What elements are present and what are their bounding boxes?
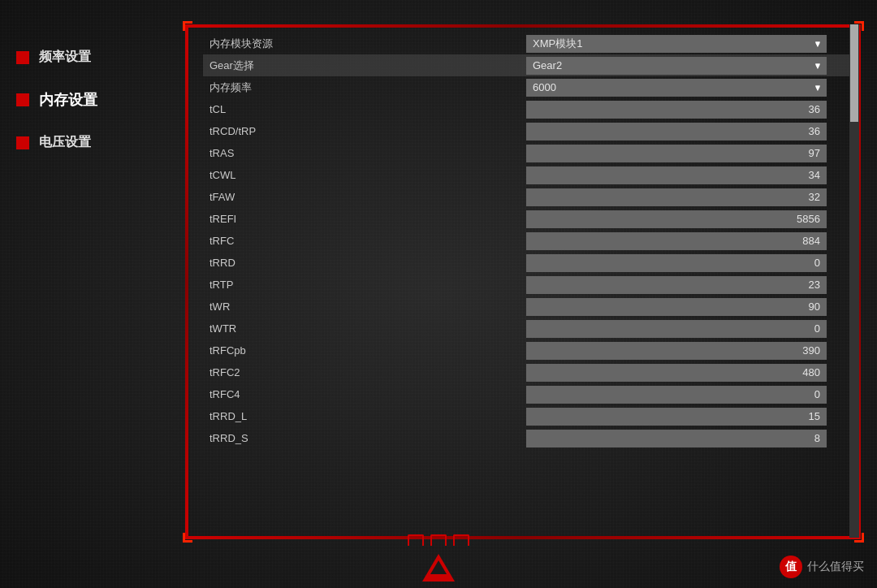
param-value[interactable]: 32	[526, 186, 849, 208]
param-value[interactable]: 0	[526, 252, 849, 274]
value-text: 5856	[797, 213, 820, 225]
sidebar-item-frequency[interactable]: 频率设置	[16, 49, 179, 66]
watermark-label: 什么值得买	[807, 560, 864, 574]
param-value[interactable]: 34	[526, 164, 849, 186]
table-row[interactable]: tWR90	[203, 296, 849, 318]
param-name: tRFC	[203, 230, 526, 252]
value-text: 0	[814, 257, 820, 269]
sidebar-item-memory[interactable]: 内存设置	[16, 90, 179, 110]
table-row[interactable]: tRTP23	[203, 274, 849, 296]
table-row[interactable]: tRFC2480	[203, 361, 849, 383]
triangle-shape	[422, 554, 455, 582]
sidebar: 频率设置 内存设置 电压设置	[16, 49, 179, 151]
value-box: 480	[526, 364, 827, 382]
value-box: 32	[526, 188, 827, 206]
triangle-logo	[422, 554, 455, 582]
value-box: 884	[526, 232, 827, 250]
value-box: 97	[526, 145, 827, 162]
frequency-label: 频率设置	[39, 49, 91, 66]
param-value[interactable]: 23	[526, 274, 849, 296]
value-box: 0	[526, 386, 827, 404]
value-text: 34	[809, 169, 820, 181]
param-name: Gear选择	[203, 54, 526, 76]
value-text: 0	[814, 388, 820, 400]
table-row[interactable]: tRCD/tRP36	[203, 120, 849, 142]
value-text: 6000	[533, 81, 556, 93]
table-row[interactable]: tRRD_L15	[203, 405, 849, 427]
table-row[interactable]: tRFC884	[203, 230, 849, 252]
param-name: tWTR	[203, 318, 526, 339]
value-text: 0	[814, 322, 820, 335]
value-text: 23	[809, 279, 820, 291]
value-box: 90	[526, 298, 827, 316]
table-row[interactable]: 内存模块资源XMP模块1▼	[203, 32, 849, 54]
table-row[interactable]: tRFC40	[203, 383, 849, 405]
deco-tooth-3	[453, 534, 469, 546]
watermark-icon: 值	[780, 556, 802, 578]
value-text: 15	[809, 410, 820, 422]
sidebar-item-voltage[interactable]: 电压设置	[16, 134, 179, 151]
value-text: 884	[802, 235, 820, 247]
param-value[interactable]: 36	[526, 120, 849, 142]
value-text: 36	[809, 103, 820, 115]
value-text: 90	[809, 300, 820, 313]
param-name: tCWL	[203, 164, 526, 186]
table-row[interactable]: tWTR0	[203, 318, 849, 339]
value-box: 36	[526, 101, 827, 119]
param-value[interactable]: 480	[526, 361, 849, 383]
param-name: tRAS	[203, 142, 526, 164]
param-name: tRRD_S	[203, 427, 526, 449]
param-value[interactable]: XMP模块1▼	[526, 32, 849, 54]
param-name: 内存模块资源	[203, 32, 526, 54]
table-row[interactable]: Gear选择Gear2▼	[203, 54, 849, 76]
dropdown-arrow-icon: ▼	[814, 61, 822, 70]
param-name: tRCD/tRP	[203, 120, 526, 142]
table-row[interactable]: tCWL34	[203, 164, 849, 186]
table-row[interactable]: 内存频率6000▼	[203, 76, 849, 98]
value-box: 8	[526, 430, 827, 447]
settings-table: 内存模块资源XMP模块1▼Gear选择Gear2▼内存频率6000▼tCL36t…	[203, 32, 849, 449]
param-value[interactable]: 390	[526, 339, 849, 361]
param-name: tRFC4	[203, 383, 526, 405]
table-row[interactable]: tRAS97	[203, 142, 849, 164]
param-value[interactable]: 0	[526, 383, 849, 405]
param-value[interactable]: 0	[526, 318, 849, 339]
param-name: tRRD	[203, 252, 526, 274]
triangle-inner	[430, 560, 447, 574]
table-row[interactable]: tRRD0	[203, 252, 849, 274]
param-value[interactable]: 90	[526, 296, 849, 318]
value-box[interactable]: 6000▼	[526, 79, 827, 97]
value-box[interactable]: Gear2▼	[526, 57, 827, 75]
param-name: 内存频率	[203, 76, 526, 98]
voltage-icon	[16, 136, 29, 149]
param-value[interactable]: 36	[526, 98, 849, 120]
value-box: 23	[526, 276, 827, 294]
table-row[interactable]: tFAW32	[203, 186, 849, 208]
param-name: tWR	[203, 296, 526, 318]
value-box[interactable]: XMP模块1▼	[526, 35, 827, 53]
param-value[interactable]: Gear2▼	[526, 54, 849, 76]
settings-panel: 内存模块资源XMP模块1▼Gear选择Gear2▼内存频率6000▼tCL36t…	[187, 24, 861, 539]
deco-tooth-1	[408, 534, 424, 546]
value-text: 480	[802, 366, 820, 378]
param-value[interactable]: 15	[526, 405, 849, 427]
value-box: 0	[526, 320, 827, 338]
param-value[interactable]: 6000▼	[526, 76, 849, 98]
table-row[interactable]: tRFCpb390	[203, 339, 849, 361]
param-value[interactable]: 884	[526, 230, 849, 252]
table-row[interactable]: tCL36	[203, 98, 849, 120]
value-box: 15	[526, 408, 827, 426]
watermark: 值 什么值得买	[780, 556, 864, 578]
value-box: 390	[526, 342, 827, 360]
param-value[interactable]: 8	[526, 427, 849, 449]
dropdown-arrow-icon: ▼	[814, 39, 822, 48]
memory-label: 内存设置	[39, 90, 97, 110]
value-box: 36	[526, 123, 827, 141]
content-area: 内存模块资源XMP模块1▼Gear选择Gear2▼内存频率6000▼tCL36t…	[187, 24, 861, 539]
frequency-icon	[16, 51, 29, 64]
table-row[interactable]: tRRD_S8	[203, 427, 849, 449]
param-value[interactable]: 5856	[526, 208, 849, 230]
table-row[interactable]: tREFI5856	[203, 208, 849, 230]
param-value[interactable]: 97	[526, 142, 849, 164]
param-name: tRFC2	[203, 361, 526, 383]
